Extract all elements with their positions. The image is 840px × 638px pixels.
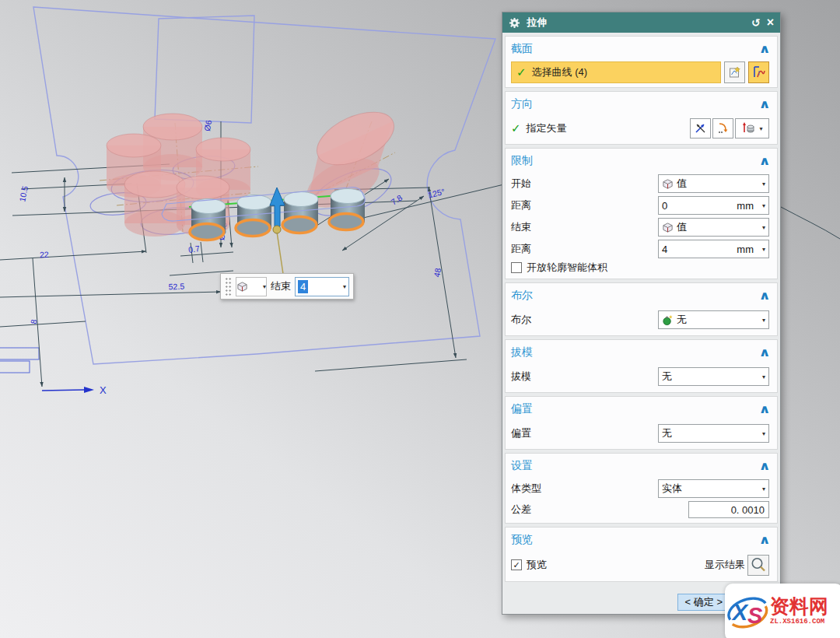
- boolean-dropdown[interactable]: 无 ▾: [658, 310, 769, 329]
- end-distance-input[interactable]: 4 ▾: [295, 277, 349, 296]
- svg-text:48: 48: [432, 267, 443, 278]
- draft-dropdown[interactable]: 无 ▾: [658, 367, 769, 386]
- svg-text:X: X: [731, 600, 749, 625]
- caret-down-icon: ▾: [762, 317, 765, 324]
- chevron-up-icon[interactable]: ∧: [758, 459, 770, 473]
- chevron-up-icon[interactable]: ∧: [758, 154, 770, 168]
- cube-icon: [236, 281, 248, 293]
- preview-checkbox[interactable]: ✓: [511, 559, 522, 570]
- offset-dropdown[interactable]: 无 ▾: [658, 424, 769, 443]
- svg-text:7.8: 7.8: [389, 193, 404, 207]
- group-boolean: 布尔 ∧ 布尔 无 ▾: [505, 282, 778, 336]
- caret-down-icon: ▾: [762, 486, 765, 493]
- vector-type-dropdown[interactable]: ▾: [735, 118, 769, 138]
- ok-button[interactable]: < 确定 >: [677, 594, 730, 611]
- section-sketch-button[interactable]: [724, 61, 745, 83]
- chevron-up-icon[interactable]: ∧: [758, 345, 770, 359]
- cube-icon: [662, 178, 674, 190]
- extrude-dialog: 拉伸 ↺ × 截面 ∧ ✓ 选择曲线 (4): [502, 12, 781, 615]
- show-result-button[interactable]: [747, 555, 769, 576]
- vector-cross-icon: [694, 121, 708, 135]
- extrude-handle[interactable]: [270, 188, 285, 274]
- group-preview: 预览 ∧ ✓ 预览 显示结果: [505, 527, 778, 582]
- caret-down-icon: ▾: [762, 224, 765, 231]
- end-distance-input-dialog[interactable]: 4 mm ▾: [658, 240, 769, 258]
- dialog-body: 截面 ∧ ✓ 选择曲线 (4): [502, 33, 780, 614]
- svg-text:S: S: [747, 603, 763, 628]
- sketch-section-icon: [728, 65, 742, 79]
- group-section: 截面 ∧ ✓ 选择曲线 (4): [505, 36, 778, 88]
- gear-icon: [509, 17, 520, 29]
- point-dialog-button[interactable]: [712, 118, 733, 138]
- drag-ball: [273, 226, 281, 233]
- viewport-3d: 10.5 22 8 52.5 0.7 Ø3.5 Ø6 13 7.8 125° 4…: [0, 0, 840, 638]
- svg-text:52.5: 52.5: [168, 282, 184, 292]
- select-curve-field[interactable]: ✓ 选择曲线 (4): [511, 61, 721, 83]
- vector-dialog-button[interactable]: [690, 118, 711, 138]
- checkmark-icon: ✓: [516, 65, 527, 79]
- boolean-none-icon: [662, 314, 674, 326]
- caret-down-icon: ▾: [762, 430, 765, 437]
- x-axis: X: [42, 384, 107, 396]
- body-type-dropdown[interactable]: 实体 ▾: [658, 479, 769, 498]
- svg-text:125°: 125°: [427, 187, 446, 200]
- checkmark-icon: ✓: [511, 121, 521, 135]
- end-limit-dropdown[interactable]: 值 ▾: [658, 218, 769, 237]
- vector-axis-icon: [741, 121, 757, 136]
- curve-rule-button[interactable]: [748, 61, 769, 83]
- limits-title-row[interactable]: 限制 ∧: [511, 149, 769, 173]
- chevron-up-icon[interactable]: ∧: [758, 97, 770, 111]
- cube-icon: [662, 222, 674, 233]
- settings-title-row[interactable]: 设置 ∧: [511, 454, 769, 478]
- draft-title-row[interactable]: 拔模 ∧: [511, 341, 769, 364]
- offset-title-row[interactable]: 偏置 ∧: [511, 398, 769, 421]
- group-offset: 偏置 ∧ 偏置 无 ▾: [505, 396, 778, 450]
- tolerance-input[interactable]: 0. 0010: [688, 501, 769, 518]
- caret-down-icon: ▾: [762, 181, 765, 188]
- dialog-title: 拉伸: [527, 16, 745, 30]
- reset-icon[interactable]: ↺: [751, 17, 761, 28]
- xs-logo-icon: X S: [726, 587, 770, 634]
- caret-down-icon: ▾: [762, 246, 765, 253]
- caret-down-icon: ▾: [343, 283, 346, 290]
- dialog-header[interactable]: 拉伸 ↺ ×: [502, 12, 780, 33]
- caret-down-icon: ▾: [759, 125, 762, 132]
- toolbar-grip[interactable]: [225, 277, 232, 296]
- open-profile-checkbox[interactable]: [511, 262, 522, 273]
- start-distance-input[interactable]: 0 mm ▾: [658, 196, 769, 215]
- chevron-up-icon[interactable]: ∧: [758, 533, 770, 547]
- caret-down-icon: ▾: [263, 283, 266, 290]
- close-icon[interactable]: ×: [767, 16, 774, 29]
- svg-text:Ø6: Ø6: [202, 119, 213, 131]
- on-screen-input-toolbar: ▾ 结束 4 ▾: [220, 273, 354, 300]
- svg-text:X: X: [100, 384, 107, 396]
- direction-title-row[interactable]: 方向 ∧: [511, 93, 769, 116]
- chevron-up-icon[interactable]: ∧: [758, 402, 770, 416]
- group-direction: 方向 ∧ ✓ 指定矢量: [505, 91, 778, 145]
- group-settings: 设置 ∧ 体类型 实体 ▾ 公差 0. 0010: [505, 453, 778, 524]
- point-arrow-icon: [716, 121, 730, 135]
- svg-text:0.7: 0.7: [187, 244, 200, 254]
- caret-down-icon: ▾: [762, 202, 765, 209]
- end-label: 结束: [271, 279, 291, 293]
- svg-text:10.5: 10.5: [17, 185, 30, 203]
- preview-title-row[interactable]: 预览 ∧: [511, 528, 769, 552]
- watermark-logo: X S 资料网 ZL.XS1616.COM: [725, 584, 840, 638]
- chevron-up-icon[interactable]: ∧: [758, 289, 770, 303]
- chevron-up-icon[interactable]: ∧: [758, 42, 770, 56]
- limit-mode-dropdown[interactable]: ▾: [236, 277, 267, 296]
- curve-icon: [751, 65, 767, 80]
- section-title-row[interactable]: 截面 ∧: [511, 37, 769, 61]
- boolean-title-row[interactable]: 布尔 ∧: [511, 284, 769, 307]
- start-limit-dropdown[interactable]: 值 ▾: [658, 174, 769, 193]
- group-draft: 拔模 ∧ 拔模 无 ▾: [505, 339, 778, 393]
- svg-text:22: 22: [40, 250, 49, 260]
- caret-down-icon: ▾: [762, 373, 765, 380]
- group-limits: 限制 ∧ 开始 值 ▾ 距离 0 mm ▾ 结束: [505, 148, 778, 279]
- magnifier-icon: [750, 556, 767, 573]
